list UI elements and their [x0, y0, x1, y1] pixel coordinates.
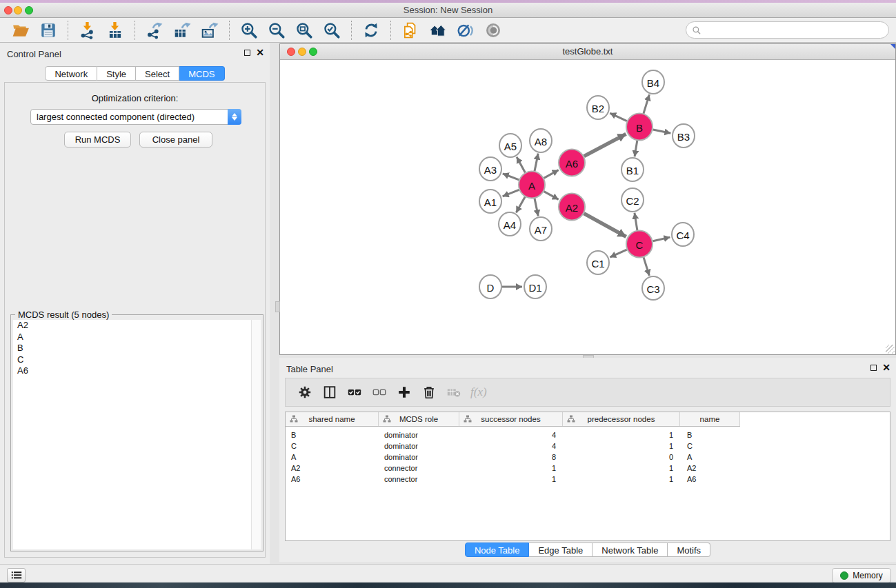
column-header-mcds-role[interactable]: MCDS role [379, 412, 459, 426]
list-item[interactable]: A [13, 332, 261, 343]
node-A8[interactable]: A8 [530, 129, 552, 152]
deselect-all-button[interactable] [367, 382, 392, 403]
zoom-in-button[interactable] [237, 20, 261, 41]
save-session-button[interactable] [37, 20, 60, 41]
edge-A-A6[interactable] [544, 170, 559, 179]
node-C1[interactable]: C1 [587, 251, 609, 274]
edge-A-A5[interactable] [517, 157, 525, 173]
node-C2[interactable]: C2 [621, 188, 644, 212]
show-tasks-button[interactable] [7, 568, 26, 582]
edge-B-B2[interactable] [610, 113, 627, 121]
edge-A2-C[interactable] [584, 214, 626, 237]
create-column-button[interactable] [392, 382, 417, 403]
edge-A-A8[interactable] [535, 154, 538, 172]
node-D1[interactable]: D1 [524, 275, 546, 298]
export-image-button[interactable] [198, 20, 221, 41]
mcds-result-list[interactable]: A2 A B C A6 [13, 320, 261, 549]
node-A7[interactable]: A7 [530, 217, 552, 241]
delete-column-button[interactable] [417, 382, 441, 403]
import-network-button[interactable] [76, 20, 99, 41]
column-header-name[interactable]: name [680, 412, 740, 426]
run-mcds-button[interactable]: Run MCDS [64, 132, 131, 148]
export-network-button[interactable] [143, 20, 166, 41]
tab-edge-table[interactable]: Edge Table [529, 543, 593, 557]
export-table-button[interactable] [170, 20, 194, 41]
close-panel-icon[interactable]: ✕ [256, 49, 264, 56]
column-header-shared-name[interactable]: shared name [286, 412, 379, 426]
network-window-titlebar[interactable]: testGlobe.txt [280, 44, 895, 60]
close-panel-button[interactable]: Close panel [139, 132, 212, 148]
node-A2[interactable]: A2 [559, 194, 585, 221]
memory-button[interactable]: Memory [832, 568, 891, 583]
node-table[interactable]: shared name MCDS role successor nodes pr… [285, 412, 890, 541]
edge-A-A2[interactable] [544, 192, 559, 200]
delete-table-button[interactable] [441, 382, 466, 403]
list-item[interactable]: A2 [13, 320, 261, 332]
zoom-fit-button[interactable] [292, 20, 316, 41]
float-panel-icon[interactable] [870, 365, 877, 371]
network-canvas[interactable]: AA1A2A3A4A5A6A7A8BB1B2B3B4CC1C2C3C4DD1 [280, 60, 895, 354]
splitter-handle-vertical[interactable] [275, 301, 280, 312]
window-resize-grip[interactable] [886, 345, 895, 354]
edge-B-B1[interactable] [635, 141, 637, 156]
node-B1[interactable]: B1 [621, 158, 644, 181]
node-A3[interactable]: A3 [479, 157, 501, 181]
node-C[interactable]: C [626, 231, 653, 258]
node-A1[interactable]: A1 [479, 190, 501, 213]
clone-network-button[interactable] [399, 20, 422, 41]
close-panel-icon[interactable]: ✕ [882, 364, 890, 371]
list-item[interactable]: C [13, 354, 261, 366]
list-item[interactable]: B [13, 343, 261, 354]
node-B2[interactable]: B2 [587, 96, 609, 119]
edge-C-C2[interactable] [635, 213, 637, 230]
edge-C-C4[interactable] [653, 237, 670, 241]
list-scrollbar[interactable] [251, 320, 261, 549]
node-A4[interactable]: A4 [499, 212, 521, 236]
edge-A-A4[interactable] [516, 196, 525, 212]
node-C4[interactable]: C4 [672, 223, 694, 246]
edge-B-B4[interactable] [644, 94, 650, 114]
select-all-button[interactable] [342, 382, 367, 403]
zoom-selected-button[interactable] [320, 20, 344, 41]
apply-preferred-layout-button[interactable] [359, 20, 383, 41]
edge-A-A1[interactable] [503, 190, 519, 196]
node-B3[interactable]: B3 [673, 124, 695, 148]
optimization-criterion-select[interactable]: largest connected component (directed) [30, 109, 241, 125]
title-bar[interactable]: Session: New Session [0, 3, 896, 18]
tab-motifs[interactable]: Motifs [668, 543, 710, 557]
tab-network[interactable]: Network [45, 66, 97, 81]
node-A5[interactable]: A5 [499, 134, 521, 157]
edge-B-B3[interactable] [653, 130, 671, 133]
import-table-button[interactable] [103, 20, 127, 41]
table-settings-button[interactable] [292, 382, 317, 403]
node-C3[interactable]: C3 [642, 276, 664, 300]
home-button[interactable] [426, 20, 450, 41]
function-builder-button[interactable]: f(x) [470, 385, 487, 399]
node-D[interactable]: D [479, 275, 501, 298]
edge-A-A3[interactable] [503, 174, 519, 180]
float-panel-icon[interactable] [244, 50, 250, 56]
zoom-out-button[interactable] [265, 20, 288, 41]
show-graphics-details-button[interactable] [481, 20, 505, 41]
node-B[interactable]: B [626, 114, 653, 141]
node-A6[interactable]: A6 [559, 150, 585, 176]
tab-mcds[interactable]: MCDS [179, 66, 224, 81]
edge-A-A7[interactable] [535, 199, 538, 216]
column-header-successor-nodes[interactable]: successor nodes [459, 412, 563, 426]
column-header-predecessor-nodes[interactable]: predecessor nodes [563, 412, 680, 426]
tab-style[interactable]: Style [97, 66, 136, 81]
tab-network-table[interactable]: Network Table [593, 543, 668, 557]
edge-C-C1[interactable] [610, 250, 626, 257]
tab-node-table[interactable]: Node Table [465, 543, 530, 557]
node-B4[interactable]: B4 [642, 70, 664, 94]
edge-C-C3[interactable] [644, 257, 649, 276]
tab-select[interactable]: Select [136, 66, 179, 81]
hide-help-button[interactable] [454, 20, 477, 41]
open-session-button[interactable] [9, 20, 32, 41]
edge-A6-B[interactable] [584, 134, 626, 156]
list-item[interactable]: A6 [13, 365, 261, 377]
node-A[interactable]: A [519, 172, 545, 199]
show-columns-button[interactable] [317, 382, 342, 403]
birds-eye-corner-flag[interactable] [890, 44, 895, 49]
search-input[interactable] [686, 21, 889, 39]
